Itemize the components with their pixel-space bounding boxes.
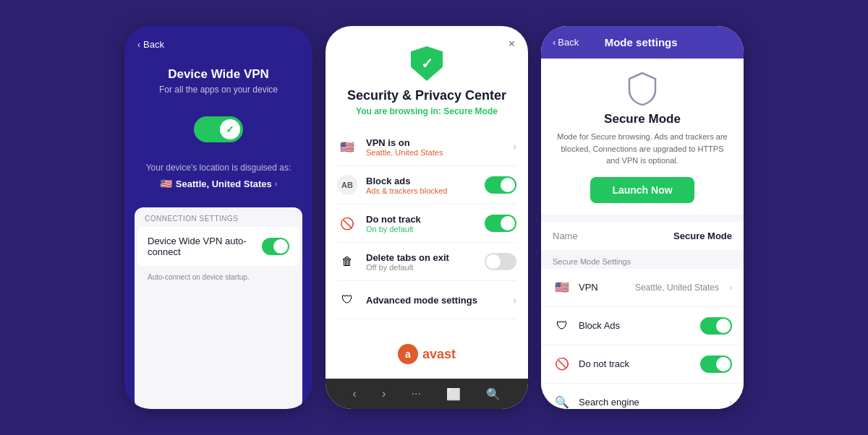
- block-ads-toggle[interactable]: [485, 176, 516, 194]
- delete-tabs-icon: 🗑: [337, 251, 357, 272]
- secure-mode-section-header: Secure Mode Settings: [541, 250, 744, 269]
- do-not-track-toggle[interactable]: [485, 215, 516, 232]
- avast-brand-name: avast: [422, 347, 456, 362]
- vpn-flag-icon: 🇺🇸: [337, 137, 357, 157]
- delete-tabs-toggle[interactable]: [485, 253, 516, 270]
- vpn-item-text: VPN is on Seattle, United States: [366, 137, 504, 157]
- bottom-navigation-bar: ‹ › ··· ⬜ 🔍: [326, 379, 528, 409]
- phone-security-privacy: × Security & Privacy Center You are brow…: [326, 26, 528, 409]
- list-item[interactable]: 🛡 Block Ads: [541, 307, 744, 345]
- toggle-knob: [220, 119, 240, 139]
- list-item[interactable]: AB Block ads Ads & trackers blocked: [337, 166, 516, 204]
- p3-hero-area: Secure Mode Mode for Secure browsing. Ad…: [541, 59, 744, 215]
- secure-mode-badge: Secure Mode: [443, 106, 498, 116]
- forward-nav-icon[interactable]: ›: [382, 387, 386, 400]
- list-item[interactable]: 🛡 Advanced mode settings ›: [337, 281, 516, 319]
- p1-back-nav[interactable]: ‹ Back: [124, 26, 312, 56]
- p3-search-engine-icon: 🔍: [553, 393, 571, 410]
- location-chevron-icon: ›: [275, 180, 277, 188]
- p3-block-ads-label: Block Ads: [579, 320, 693, 331]
- close-icon[interactable]: ×: [509, 38, 515, 51]
- p3-block-ads-toggle[interactable]: [700, 317, 732, 335]
- back-nav-icon[interactable]: ‹: [353, 387, 357, 400]
- security-center-title: Security & Privacy Center: [347, 88, 506, 103]
- vpn-title: Device Wide VPN: [139, 67, 298, 82]
- more-options-icon[interactable]: ···: [412, 387, 421, 400]
- do-not-track-text: Do not track On by default: [366, 214, 476, 233]
- vpn-item-sub: Seattle, United States: [366, 148, 504, 157]
- browsing-mode-label: You are browsing in: Secure Mode: [356, 106, 498, 116]
- mode-settings-title: Mode settings: [579, 36, 703, 48]
- advanced-chevron-icon: ›: [513, 294, 516, 306]
- secure-mode-desc: Mode for Secure browsing. Ads and tracke…: [556, 131, 729, 167]
- advanced-mode-text: Advanced mode settings: [366, 295, 504, 306]
- mode-name-row: Name Secure Mode: [541, 222, 744, 250]
- tabs-icon[interactable]: ⬜: [446, 387, 461, 401]
- secure-mode-title: Secure Mode: [604, 112, 681, 126]
- phone-device-vpn: ‹ Back Device Wide VPN For all the apps …: [124, 26, 312, 409]
- list-item[interactable]: 🇺🇸 VPN Seattle, United States ›: [541, 269, 744, 307]
- vpn-chevron-icon: ›: [513, 141, 516, 152]
- do-not-track-title: Do not track: [366, 214, 476, 225]
- list-item[interactable]: 🚫 Do not track On by default: [337, 204, 516, 243]
- back-chevron-icon: ‹: [137, 40, 140, 50]
- p3-do-not-track-knob: [716, 357, 731, 371]
- p3-vpn-chevron-icon: ›: [729, 283, 732, 293]
- do-not-track-knob: [501, 216, 515, 231]
- do-not-track-sub: On by default: [366, 225, 476, 233]
- list-item[interactable]: 🔍 Search engine ›: [541, 384, 744, 410]
- p3-do-not-track-toggle[interactable]: [700, 356, 732, 373]
- shield-outline-icon: [626, 72, 658, 106]
- list-item[interactable]: 🇺🇸 VPN is on Seattle, United States ›: [337, 128, 516, 166]
- mode-settings-nav: ‹ Back Mode settings: [541, 26, 744, 59]
- advanced-mode-title: Advanced mode settings: [366, 295, 504, 306]
- shield-check-icon: [411, 46, 443, 81]
- advanced-mode-icon: 🛡: [337, 290, 357, 310]
- p3-do-not-track-label: Do not track: [579, 358, 693, 369]
- p3-vpn-flag-icon: 🇺🇸: [553, 278, 571, 297]
- avast-brand-icon: a: [398, 344, 418, 364]
- launch-now-button[interactable]: Launch Now: [590, 177, 694, 203]
- block-ads-knob: [501, 178, 515, 192]
- delete-tabs-title: Delete tabs on exit: [366, 252, 476, 263]
- auto-connect-label: Device Wide VPN auto-connect: [148, 236, 262, 257]
- auto-connect-row[interactable]: Device Wide VPN auto-connect: [137, 227, 299, 266]
- delete-tabs-sub: Off by default: [366, 263, 476, 272]
- p3-search-engine-label: Search engine: [579, 397, 722, 408]
- p1-settings-card: CONNECTION SETTINGS Device Wide VPN auto…: [135, 207, 302, 409]
- vpn-item-title: VPN is on: [366, 137, 504, 148]
- block-ads-icon: AB: [337, 175, 357, 195]
- us-flag-icon: 🇺🇸: [160, 177, 173, 190]
- p2-footer: a avast: [326, 335, 528, 379]
- name-value: Secure Mode: [673, 231, 732, 241]
- p3-back-chevron-icon: ‹: [553, 37, 556, 48]
- p1-title-area: Device Wide VPN For all the apps on your…: [124, 56, 312, 100]
- p3-back-button[interactable]: ‹ Back: [553, 37, 579, 48]
- location-label: Your device's location is disguised as:: [139, 163, 298, 173]
- back-button[interactable]: Back: [143, 39, 164, 50]
- security-items-list: 🇺🇸 VPN is on Seattle, United States › AB…: [326, 128, 528, 335]
- p3-do-not-track-icon: 🚫: [553, 355, 571, 374]
- location-city: Seattle, United States: [176, 178, 272, 189]
- phone-mode-settings: ‹ Back Mode settings Secure Mode Mode fo…: [541, 26, 744, 409]
- vpn-main-toggle[interactable]: [194, 116, 243, 142]
- name-label: Name: [553, 231, 578, 241]
- auto-connect-note: Auto-connect on device startup.: [135, 269, 302, 291]
- p3-vpn-value: Seattle, United States: [635, 283, 719, 293]
- search-nav-icon[interactable]: 🔍: [486, 387, 501, 401]
- connection-settings-label: CONNECTION SETTINGS: [135, 207, 302, 227]
- phone1-content: ‹ Back Device Wide VPN For all the apps …: [124, 26, 312, 409]
- list-item[interactable]: 🗑 Delete tabs on exit Off by default: [337, 243, 516, 281]
- p3-back-label: Back: [558, 37, 579, 48]
- block-ads-sub: Ads & trackers blocked: [366, 186, 476, 195]
- location-value[interactable]: 🇺🇸 Seattle, United States ›: [139, 177, 298, 190]
- block-ads-title: Block ads: [366, 176, 476, 186]
- delete-tabs-text: Delete tabs on exit Off by default: [366, 252, 476, 272]
- vpn-main-toggle-area: [124, 100, 312, 154]
- auto-connect-toggle[interactable]: [262, 238, 289, 255]
- p3-vpn-label: VPN: [579, 282, 628, 293]
- list-item[interactable]: 🚫 Do not track: [541, 345, 744, 384]
- avast-logo: a avast: [398, 344, 456, 364]
- p3-search-chevron-icon: ›: [729, 397, 732, 408]
- p3-block-ads-knob: [716, 319, 731, 333]
